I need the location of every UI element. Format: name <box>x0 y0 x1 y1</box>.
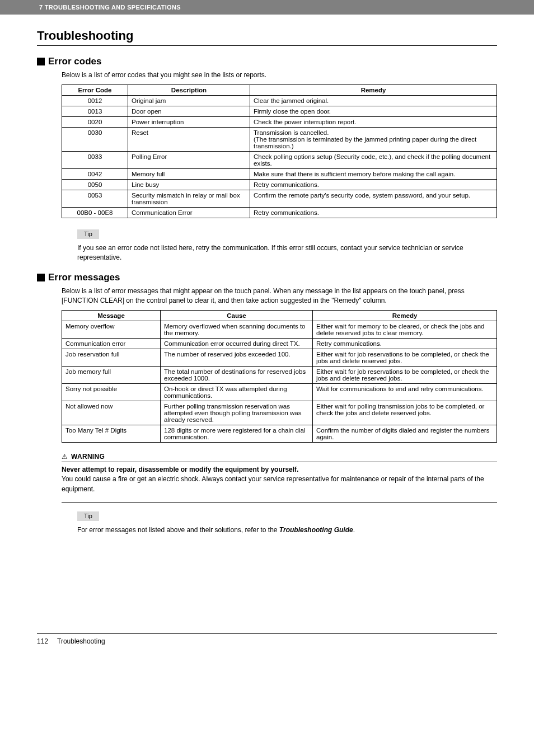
cell-desc: Communication Error <box>128 208 250 218</box>
cell-rem: Confirm the number of digits dialed and … <box>313 425 497 443</box>
table-header-row: Error Code Description Remedy <box>62 85 497 96</box>
col-description: Description <box>128 85 250 96</box>
chapter-header: 7 TROUBLESHOOTING AND SPECIFICATIONS <box>0 0 534 15</box>
section-error-messages-heading: Error messages <box>37 272 497 283</box>
cell-desc: Polling Error <box>128 152 250 169</box>
cell-cause: The total number of destinations for res… <box>161 367 313 384</box>
cell-cause: Further polling transmission reservation… <box>161 401 313 425</box>
col-error-code: Error Code <box>62 85 128 96</box>
cell-msg: Sorry not possible <box>62 384 161 401</box>
page-title: Troubleshooting <box>37 29 497 46</box>
cell-cause: On-hook or direct TX was attempted durin… <box>161 384 313 401</box>
error-messages-intro: Below is a list of error messages that m… <box>62 287 497 306</box>
cell-code: 0053 <box>62 190 128 208</box>
tip-badge-row: Tip <box>77 510 497 521</box>
table-row: Too Many Tel # Digits 128 digits or more… <box>62 425 497 443</box>
section-error-codes-heading: Error codes <box>37 56 497 67</box>
cell-msg: Job reservation full <box>62 349 161 367</box>
cell-msg: Too Many Tel # Digits <box>62 425 161 443</box>
cell-rem: Transmission is cancelled. (The transmis… <box>250 128 497 152</box>
cell-rem: Check the power interruption report. <box>250 117 497 128</box>
square-bullet-icon <box>37 274 45 281</box>
chapter-title: 7 TROUBLESHOOTING AND SPECIFICATIONS <box>39 4 181 11</box>
tip-2-tail: . <box>353 526 355 534</box>
table-row: 0050 Line busy Retry communications. <box>62 180 497 190</box>
table-row: 0033 Polling Error Check polling options… <box>62 152 497 169</box>
table-row: Communication error Communication error … <box>62 339 497 349</box>
warning-title: Never attempt to repair, disassemble or … <box>62 466 497 473</box>
cell-desc: Power interruption <box>128 117 250 128</box>
table-row: 00B0 - 00E8 Communication Error Retry co… <box>62 208 497 218</box>
cell-rem: Firmly close the open door. <box>250 106 497 117</box>
cell-rem: Either wait for job reservations to be c… <box>313 367 497 384</box>
cell-cause: Memory overflowed when scanning document… <box>161 321 313 339</box>
warning-label: WARNING <box>71 453 105 461</box>
table-row: Not allowed now Further polling transmis… <box>62 401 497 425</box>
cell-code: 00B0 - 00E8 <box>62 208 128 218</box>
cell-rem: Clear the jammed original. <box>250 96 497 106</box>
cell-code: 0050 <box>62 180 128 190</box>
cell-code: 0030 <box>62 128 128 152</box>
page-number: 112 <box>37 637 48 645</box>
cell-rem: Either wait for memory to be cleared, or… <box>313 321 497 339</box>
tip-2-text: For error messages not listed above and … <box>77 525 497 535</box>
table-row: 0053 Security mismatch in relay or mail … <box>62 190 497 208</box>
tip-1-text: If you see an error code not listed here… <box>77 243 497 263</box>
cell-rem: Check polling options setup (Security co… <box>250 152 497 169</box>
table-row: Memory overflow Memory overflowed when s… <box>62 321 497 339</box>
cell-rem: Make sure that there is sufficient memor… <box>250 169 497 180</box>
tip-badge-row: Tip <box>77 228 497 239</box>
cell-code: 0042 <box>62 169 128 180</box>
cell-cause: The number of reserved jobs exceeded 100… <box>161 349 313 367</box>
error-messages-table: Message Cause Remedy Memory overflow Mem… <box>62 310 497 443</box>
cell-desc: Reset <box>128 128 250 152</box>
warning-icon: ⚠ <box>62 453 68 460</box>
table-row: Job memory full The total number of dest… <box>62 367 497 384</box>
table-row: Sorry not possible On-hook or direct TX … <box>62 384 497 401</box>
cell-rem: Retry communications. <box>313 339 497 349</box>
table-row: 0030 Reset Transmission is cancelled. (T… <box>62 128 497 152</box>
col-message: Message <box>62 311 161 321</box>
cell-rem: Confirm the remote party's security code… <box>250 190 497 208</box>
col-cause: Cause <box>161 311 313 321</box>
cell-msg: Memory overflow <box>62 321 161 339</box>
cell-desc: Line busy <box>128 180 250 190</box>
cell-rem: Wait for communications to end and retry… <box>313 384 497 401</box>
table-header-row: Message Cause Remedy <box>62 311 497 321</box>
cell-code: 0020 <box>62 117 128 128</box>
footer-title: Troubleshooting <box>57 637 105 645</box>
cell-cause: Communication error occurred during dire… <box>161 339 313 349</box>
section-error-messages-title: Error messages <box>48 272 120 283</box>
cell-rem: Either wait for job reservations to be c… <box>313 349 497 367</box>
divider <box>62 502 497 503</box>
table-row: 0042 Memory full Make sure that there is… <box>62 169 497 180</box>
tip-badge: Tip <box>77 229 99 239</box>
tip-badge: Tip <box>77 511 99 521</box>
tip-2-lead: For error messages not listed above and … <box>77 526 279 534</box>
cell-desc: Security mismatch in relay or mail box t… <box>128 190 250 208</box>
cell-msg: Job memory full <box>62 367 161 384</box>
cell-code: 0033 <box>62 152 128 169</box>
table-row: 0012 Original jam Clear the jammed origi… <box>62 96 497 106</box>
warning-heading-line: ⚠ WARNING <box>62 453 497 462</box>
table-row: 0013 Door open Firmly close the open doo… <box>62 106 497 117</box>
col-remedy: Remedy <box>313 311 497 321</box>
col-remedy: Remedy <box>250 85 497 96</box>
error-codes-table: Error Code Description Remedy 0012 Origi… <box>62 84 497 218</box>
table-row: 0020 Power interruption Check the power … <box>62 117 497 128</box>
error-codes-intro: Below is a list of error codes that you … <box>62 71 497 80</box>
square-bullet-icon <box>37 58 45 65</box>
table-row: Job reservation full The number of reser… <box>62 349 497 367</box>
cell-rem: Retry communications. <box>250 208 497 218</box>
warning-text: You could cause a fire or get an electri… <box>62 475 497 494</box>
cell-desc: Original jam <box>128 96 250 106</box>
cell-msg: Communication error <box>62 339 161 349</box>
section-error-codes-title: Error codes <box>48 56 101 67</box>
page-body: Troubleshooting Error codes Below is a l… <box>0 15 534 566</box>
warning-block: ⚠ WARNING Never attempt to repair, disas… <box>62 453 497 494</box>
cell-rem: Retry communications. <box>250 180 497 190</box>
cell-desc: Door open <box>128 106 250 117</box>
tip-2-ref: Troubleshooting Guide <box>279 526 353 534</box>
cell-msg: Not allowed now <box>62 401 161 425</box>
cell-desc: Memory full <box>128 169 250 180</box>
